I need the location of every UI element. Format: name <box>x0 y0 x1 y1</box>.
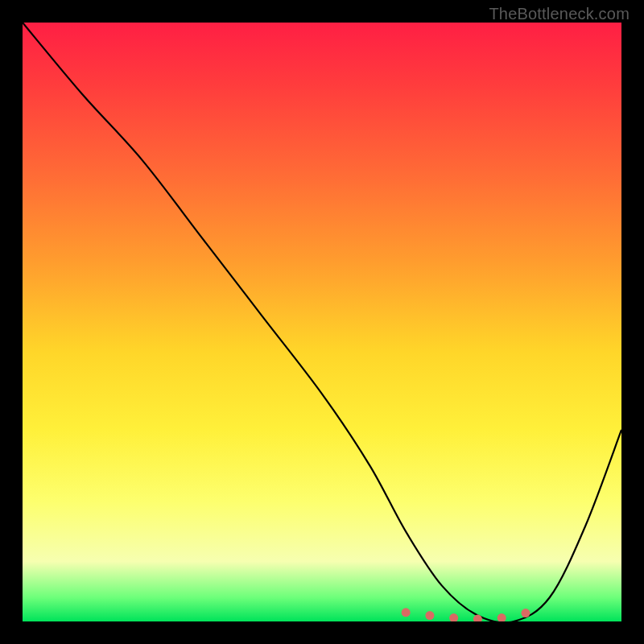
minimum-marker <box>425 611 434 620</box>
bottleneck-curve <box>23 23 621 621</box>
minimum-marker <box>449 613 458 621</box>
watermark-text: TheBottleneck.com <box>489 5 630 23</box>
minimum-marker <box>497 613 506 621</box>
minimum-marker <box>521 609 530 617</box>
bottleneck-chart-svg <box>23 23 621 621</box>
minimum-marker <box>402 608 411 617</box>
minimum-markers <box>402 608 530 621</box>
minimum-marker <box>473 615 482 621</box>
chart-frame: TheBottleneck.com <box>0 0 644 644</box>
plot-area <box>23 23 621 621</box>
